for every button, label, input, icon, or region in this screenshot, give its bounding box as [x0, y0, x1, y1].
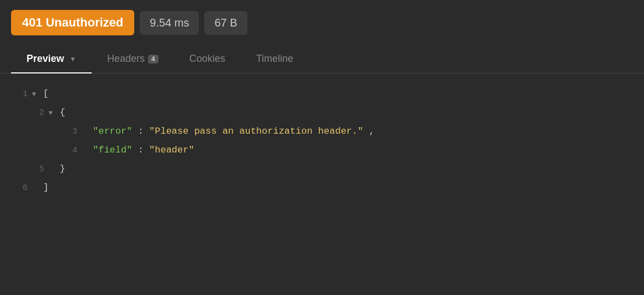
- tabs-bar: Preview ▼ Headers 4 Cookies Timeline: [0, 45, 644, 73]
- code-panel: 1 ▼ [ 2 ▼ { 3 "error" : "Please pass an …: [0, 73, 644, 208]
- tab-preview-label: Preview: [27, 53, 64, 65]
- status-code: 401: [22, 15, 43, 30]
- line-number-6: 6: [6, 180, 28, 197]
- key-field: "field": [93, 145, 132, 155]
- tab-cookies[interactable]: Cookies: [174, 45, 241, 73]
- headers-count-badge: 4: [148, 55, 159, 64]
- code-line-3: 3 "error" : "Please pass an authorizatio…: [0, 122, 644, 141]
- trailing-comma-3: ,: [369, 126, 374, 136]
- size-metric: 67 B: [204, 11, 247, 35]
- line-content-4: "field" : "header": [93, 141, 194, 160]
- code-line-4: 4 "field" : "header": [0, 141, 644, 160]
- value-error: "Please pass an authorization header.": [149, 126, 363, 136]
- line-toggle-2[interactable]: ▼: [49, 107, 56, 120]
- tab-headers-label: Headers: [107, 53, 145, 65]
- colon-3: :: [138, 126, 149, 136]
- code-line-2: 2 ▼ {: [0, 103, 644, 122]
- tab-headers[interactable]: Headers 4: [92, 45, 174, 73]
- tab-timeline[interactable]: Timeline: [241, 45, 309, 73]
- status-badge: 401 Unauthorized: [11, 10, 134, 35]
- code-line-5: 5 }: [0, 160, 644, 178]
- tab-timeline-label: Timeline: [256, 53, 293, 65]
- line-content-3: "error" : "Please pass an authorization …: [93, 122, 374, 141]
- key-error: "error": [93, 126, 132, 136]
- line-content-5: }: [60, 160, 65, 178]
- line-content-1: [: [43, 85, 49, 103]
- line-number-4: 4: [55, 143, 77, 159]
- status-text: Unauthorized: [46, 15, 124, 30]
- line-number-2: 2: [22, 105, 44, 122]
- code-line-6: 6 ]: [0, 178, 644, 197]
- line-number-5: 5: [22, 161, 44, 178]
- chevron-down-icon: ▼: [70, 55, 76, 63]
- code-line-1: 1 ▼ [: [0, 85, 644, 103]
- line-number-3: 3: [55, 124, 77, 140]
- line-toggle-1[interactable]: ▼: [32, 88, 40, 101]
- time-metric: 9.54 ms: [140, 11, 199, 35]
- line-content-2: {: [60, 103, 65, 122]
- tab-preview[interactable]: Preview ▼: [11, 45, 92, 73]
- line-content-6: ]: [43, 178, 49, 197]
- tab-cookies-label: Cookies: [189, 53, 225, 65]
- line-number-1: 1: [6, 86, 28, 103]
- colon-4: :: [138, 145, 149, 155]
- top-bar: 401 Unauthorized 9.54 ms 67 B: [0, 0, 644, 45]
- value-field: "header": [149, 145, 194, 155]
